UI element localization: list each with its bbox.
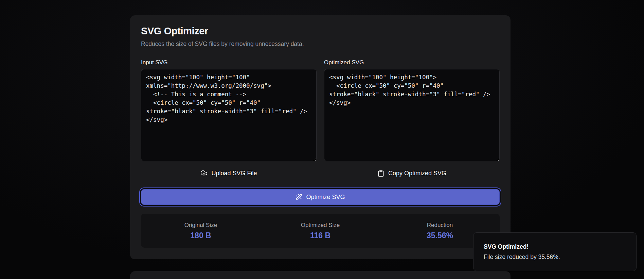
input-svg-label: Input SVG bbox=[141, 59, 317, 66]
toast-message: File size reduced by 35.56%. bbox=[484, 253, 626, 261]
stat-reduction-label: Reduction bbox=[380, 222, 500, 229]
input-svg-textarea[interactable] bbox=[141, 69, 317, 161]
input-svg-column: Input SVG Upload SVG File bbox=[141, 59, 317, 179]
stat-original-size-value: 180 B bbox=[141, 231, 261, 240]
stat-optimized-size-value: 116 B bbox=[261, 231, 380, 240]
stat-optimized-size: Optimized Size 116 B bbox=[261, 222, 380, 240]
optimize-svg-button-label: Optimize SVG bbox=[306, 194, 345, 201]
app-viewport: SVG Optimizer Reduces the size of SVG fi… bbox=[0, 0, 644, 279]
svg-optimizer-card: SVG Optimizer Reduces the size of SVG fi… bbox=[130, 15, 511, 259]
toast-notification[interactable]: SVG Optimized! File size reduced by 35.5… bbox=[473, 232, 637, 271]
optimized-svg-column: Optimized SVG Copy Optimized SVG bbox=[324, 59, 500, 179]
cloud-upload-icon bbox=[200, 170, 208, 177]
copy-row: Copy Optimized SVG bbox=[324, 167, 500, 179]
upload-row: Upload SVG File bbox=[141, 167, 317, 179]
copy-optimized-svg-button-label: Copy Optimized SVG bbox=[388, 167, 446, 179]
optimized-svg-textarea[interactable] bbox=[324, 69, 500, 161]
editor-columns: Input SVG Upload SVG File bbox=[141, 59, 500, 179]
stat-original-size: Original Size 180 B bbox=[141, 222, 261, 240]
clipboard-icon bbox=[377, 170, 384, 177]
optimize-svg-button[interactable]: Optimize SVG bbox=[141, 189, 500, 205]
next-tool-card-partial bbox=[130, 271, 511, 279]
stat-original-size-label: Original Size bbox=[141, 222, 261, 229]
upload-svg-button[interactable]: Upload SVG File bbox=[197, 167, 260, 179]
page-title: SVG Optimizer bbox=[141, 26, 500, 36]
stats-panel: Original Size 180 B Optimized Size 116 B… bbox=[141, 214, 500, 248]
upload-svg-button-label: Upload SVG File bbox=[211, 167, 257, 179]
stat-optimized-size-label: Optimized Size bbox=[261, 222, 380, 229]
optimized-svg-label: Optimized SVG bbox=[324, 59, 500, 66]
copy-optimized-svg-button[interactable]: Copy Optimized SVG bbox=[374, 167, 450, 179]
wand-sparkles-icon bbox=[296, 194, 302, 200]
toast-title: SVG Optimized! bbox=[484, 243, 626, 250]
page-subtitle: Reduces the size of SVG files by removin… bbox=[141, 40, 500, 48]
